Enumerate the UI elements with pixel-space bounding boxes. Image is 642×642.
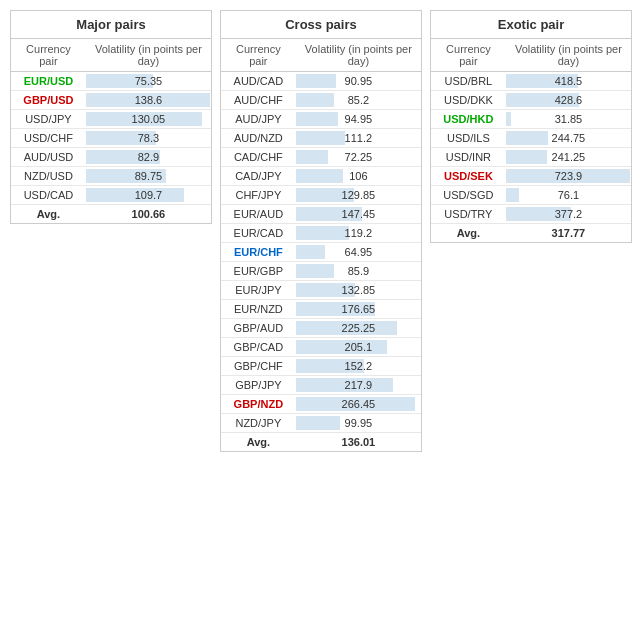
avg-label-0: Avg. xyxy=(11,205,86,224)
table-row: USD/JPY130.05 xyxy=(11,110,211,129)
table-row: EUR/CAD119.2 xyxy=(221,224,421,243)
pair-cell-1-4: CAD/CHF xyxy=(221,148,296,167)
pair-cell-2-4: USD/INR xyxy=(431,148,506,167)
value-cell-1-0: 90.95 xyxy=(296,72,421,91)
table-title-1: Cross pairs xyxy=(221,11,421,39)
value-cell-1-12: 176.65 xyxy=(296,300,421,319)
table-row: EUR/USD75.35 xyxy=(11,72,211,91)
value-text-2-7: 377.2 xyxy=(555,208,583,220)
table-row: USD/CHF78.3 xyxy=(11,129,211,148)
pair-cell-2-5: USD/SEK xyxy=(431,167,506,186)
pair-cell-1-13: GBP/AUD xyxy=(221,319,296,338)
table-row: EUR/GBP85.9 xyxy=(221,262,421,281)
value-cell-1-18: 99.95 xyxy=(296,414,421,433)
value-cell-1-11: 132.85 xyxy=(296,281,421,300)
table-section-1: Cross pairsCurrency pairVolatility (in p… xyxy=(220,10,422,452)
avg-value-1: 136.01 xyxy=(296,433,421,452)
value-text-1-12: 176.65 xyxy=(342,303,376,315)
col-header-1-1: Volatility (in points per day) xyxy=(296,39,421,72)
pair-cell-1-17: GBP/NZD xyxy=(221,395,296,414)
table-row: AUD/JPY94.95 xyxy=(221,110,421,129)
col-header-0-1: Volatility (in points per day) xyxy=(86,39,211,72)
pair-cell-0-3: USD/CHF xyxy=(11,129,86,148)
pair-cell-0-4: AUD/USD xyxy=(11,148,86,167)
avg-row-0: Avg.100.66 xyxy=(11,205,211,224)
pair-cell-1-1: AUD/CHF xyxy=(221,91,296,110)
value-text-0-6: 109.7 xyxy=(135,189,163,201)
pair-cell-2-1: USD/DKK xyxy=(431,91,506,110)
value-cell-2-2: 31.85 xyxy=(506,110,631,129)
value-text-1-5: 106 xyxy=(349,170,367,182)
value-cell-2-0: 418.5 xyxy=(506,72,631,91)
table-section-2: Exotic pairCurrency pairVolatility (in p… xyxy=(430,10,632,243)
pair-cell-1-7: EUR/AUD xyxy=(221,205,296,224)
table-row: USD/DKK428.6 xyxy=(431,91,631,110)
value-text-0-4: 82.9 xyxy=(138,151,159,163)
value-cell-1-2: 94.95 xyxy=(296,110,421,129)
pair-cell-1-11: EUR/JPY xyxy=(221,281,296,300)
value-cell-1-14: 205.1 xyxy=(296,338,421,357)
value-cell-0-3: 78.3 xyxy=(86,129,211,148)
value-text-0-1: 138.6 xyxy=(135,94,163,106)
value-text-0-0: 75.35 xyxy=(135,75,163,87)
col-header-2-1: Volatility (in points per day) xyxy=(506,39,631,72)
table-row: USD/HKD31.85 xyxy=(431,110,631,129)
table-row: GBP/USD138.6 xyxy=(11,91,211,110)
avg-row-1: Avg.136.01 xyxy=(221,433,421,452)
value-text-1-0: 90.95 xyxy=(345,75,373,87)
value-cell-1-16: 217.9 xyxy=(296,376,421,395)
pair-cell-1-15: GBP/CHF xyxy=(221,357,296,376)
value-cell-1-7: 147.45 xyxy=(296,205,421,224)
table-row: EUR/AUD147.45 xyxy=(221,205,421,224)
value-cell-0-5: 89.75 xyxy=(86,167,211,186)
value-text-1-7: 147.45 xyxy=(342,208,376,220)
table-row: EUR/CHF64.95 xyxy=(221,243,421,262)
value-text-1-3: 111.2 xyxy=(345,132,373,144)
table-row: AUD/USD82.9 xyxy=(11,148,211,167)
value-cell-2-7: 377.2 xyxy=(506,205,631,224)
pair-cell-1-0: AUD/CAD xyxy=(221,72,296,91)
pair-cell-1-2: AUD/JPY xyxy=(221,110,296,129)
value-text-1-2: 94.95 xyxy=(345,113,373,125)
table-title-0: Major pairs xyxy=(11,11,211,39)
pair-cell-0-0: EUR/USD xyxy=(11,72,86,91)
table-row: NZD/USD89.75 xyxy=(11,167,211,186)
pair-cell-0-1: GBP/USD xyxy=(11,91,86,110)
table-row: GBP/AUD225.25 xyxy=(221,319,421,338)
value-cell-1-8: 119.2 xyxy=(296,224,421,243)
avg-value-0: 100.66 xyxy=(86,205,211,224)
value-cell-1-6: 129.85 xyxy=(296,186,421,205)
avg-label-1: Avg. xyxy=(221,433,296,452)
pair-cell-0-6: USD/CAD xyxy=(11,186,86,205)
value-text-1-10: 85.9 xyxy=(348,265,369,277)
value-text-1-11: 132.85 xyxy=(342,284,376,296)
table-row: AUD/CAD90.95 xyxy=(221,72,421,91)
value-text-1-17: 266.45 xyxy=(342,398,376,410)
value-cell-2-5: 723.9 xyxy=(506,167,631,186)
value-text-1-9: 64.95 xyxy=(345,246,373,258)
value-text-2-6: 76.1 xyxy=(558,189,579,201)
value-cell-2-4: 241.25 xyxy=(506,148,631,167)
table-row: USD/BRL418.5 xyxy=(431,72,631,91)
value-text-1-4: 72.25 xyxy=(345,151,373,163)
pair-cell-2-3: USD/ILS xyxy=(431,129,506,148)
table-title-2: Exotic pair xyxy=(431,11,631,39)
value-text-1-6: 129.85 xyxy=(342,189,376,201)
col-header-1-0: Currency pair xyxy=(221,39,296,72)
table-row: GBP/CAD205.1 xyxy=(221,338,421,357)
pair-cell-1-14: GBP/CAD xyxy=(221,338,296,357)
table-row: GBP/CHF152.2 xyxy=(221,357,421,376)
value-text-2-1: 428.6 xyxy=(555,94,583,106)
table-row: CAD/CHF72.25 xyxy=(221,148,421,167)
table-row: CAD/JPY106 xyxy=(221,167,421,186)
value-text-1-15: 152.2 xyxy=(345,360,373,372)
value-cell-2-6: 76.1 xyxy=(506,186,631,205)
table-row: USD/SGD76.1 xyxy=(431,186,631,205)
pair-cell-1-12: EUR/NZD xyxy=(221,300,296,319)
pair-cell-1-16: GBP/JPY xyxy=(221,376,296,395)
value-cell-1-13: 225.25 xyxy=(296,319,421,338)
value-text-1-16: 217.9 xyxy=(345,379,373,391)
table-row: AUD/NZD111.2 xyxy=(221,129,421,148)
value-cell-0-0: 75.35 xyxy=(86,72,211,91)
value-text-0-2: 130.05 xyxy=(132,113,166,125)
